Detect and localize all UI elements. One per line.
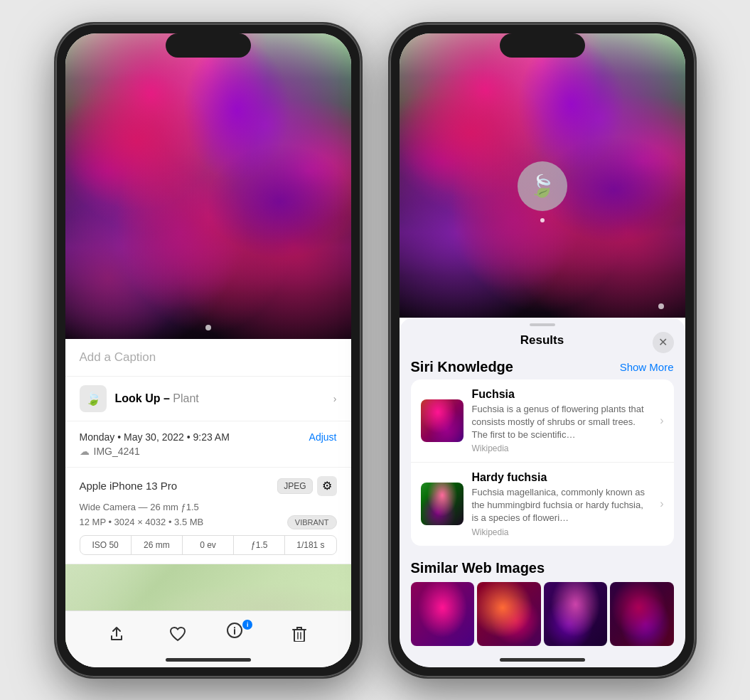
exif-focal: 26 mm — [132, 536, 183, 554]
photo-dot-indicator-right — [658, 303, 664, 309]
exif-iso: ISO 50 — [80, 536, 132, 554]
adjust-button[interactable]: Adjust — [309, 431, 337, 443]
flower-photo — [65, 33, 351, 339]
lookup-chevron-icon: › — [333, 393, 337, 404]
meta-filename: ☁ IMG_4241 — [80, 446, 337, 457]
knowledge-item-hardy[interactable]: Hardy fuchsia Fuchsia magellanica, commo… — [411, 463, 674, 546]
camera-detail-2: 12 MP • 3024 × 4032 • 3.5 MB VIBRANT — [80, 515, 337, 529]
camera-settings-icon[interactable]: ⚙ — [317, 476, 337, 496]
main-container: Add a Caption 🍃 Look Up – Plant › Monday… — [0, 0, 750, 700]
flower-photo-right: 🍃 — [400, 33, 685, 318]
lookup-icon: 🍃 — [80, 385, 107, 412]
similar-image-3[interactable] — [544, 582, 608, 646]
similar-image-1[interactable] — [411, 582, 475, 646]
siri-knowledge-header: Siri Knowledge Show More — [400, 352, 685, 379]
fuchsia-thumb-image — [421, 399, 464, 442]
home-indicator — [166, 658, 251, 662]
dynamic-island-right — [500, 33, 585, 58]
favorite-button[interactable] — [166, 623, 189, 645]
device-row: Apple iPhone 13 Pro JPEG ⚙ — [80, 476, 337, 496]
left-phone: Add a Caption 🍃 Look Up – Plant › Monday… — [55, 23, 361, 677]
hardy-source: Wikipedia — [472, 527, 652, 537]
hardy-thumbnail — [421, 483, 464, 525]
info-button[interactable]: i — [227, 623, 250, 645]
similar-image-4[interactable] — [610, 582, 674, 646]
siri-visual-lookup-button[interactable]: 🍃 — [518, 161, 567, 211]
close-button[interactable]: ✕ — [653, 332, 674, 353]
lookup-row[interactable]: 🍃 Look Up – Plant › — [65, 377, 351, 421]
exif-row: ISO 50 26 mm 0 ev ƒ1.5 1/181 s — [80, 535, 337, 555]
lookup-label: Look Up – — [115, 392, 170, 404]
exif-ev: 0 ev — [183, 536, 234, 554]
fuchsia-name: Fuchsia — [472, 388, 652, 401]
similar-image-2[interactable] — [477, 582, 541, 646]
knowledge-item-fuchsia[interactable]: Fuchsia Fuchsia is a genus of flowering … — [411, 379, 674, 463]
device-badges: JPEG ⚙ — [277, 476, 336, 496]
similar-web-title: Similar Web Images — [400, 553, 685, 582]
siri-dot — [540, 218, 545, 222]
fuchsia-info: Fuchsia Fuchsia is a genus of flowering … — [472, 388, 652, 454]
delete-button[interactable] — [288, 623, 311, 645]
sheet-header: Results ✕ — [400, 326, 685, 352]
hardy-thumb-image — [421, 483, 464, 525]
fuchsia-chevron-icon: › — [660, 414, 663, 427]
resolution-text: 12 MP • 3024 × 4032 • 3.5 MB — [80, 517, 204, 527]
cloud-icon: ☁ — [80, 446, 90, 457]
dynamic-island — [166, 33, 251, 58]
photo-area[interactable] — [65, 33, 351, 339]
caption-field[interactable]: Add a Caption — [65, 339, 351, 377]
hardy-name: Hardy fuchsia — [472, 471, 652, 484]
results-sheet[interactable]: Results ✕ Siri Knowledge Show More Fuchs… — [400, 318, 685, 667]
format-badge: JPEG — [277, 478, 312, 494]
visual-lookup-leaf-icon: 🍃 — [529, 173, 555, 198]
right-screen: 🍃 Results ✕ Siri Knowledge Show More — [400, 33, 685, 667]
exif-aperture: ƒ1.5 — [234, 536, 285, 554]
meta-date: Monday • May 30, 2022 • 9:23 AM — [80, 431, 230, 443]
photo-dot-indicator — [205, 325, 211, 330]
hardy-info: Hardy fuchsia Fuchsia magellanica, commo… — [472, 471, 652, 537]
fuchsia-source: Wikipedia — [472, 443, 652, 453]
meta-section: Monday • May 30, 2022 • 9:23 AM Adjust ☁… — [65, 421, 351, 468]
camera-detail: Wide Camera — 26 mm ƒ1.5 — [80, 502, 337, 512]
fuchsia-description: Fuchsia is a genus of flowering plants t… — [472, 403, 652, 442]
vibrant-badge: VIBRANT — [287, 515, 337, 529]
filename-text: IMG_4241 — [94, 446, 140, 457]
leaf-icon: 🍃 — [85, 391, 101, 406]
device-section: Apple iPhone 13 Pro JPEG ⚙ Wide Camera —… — [65, 468, 351, 564]
knowledge-card: Fuchsia Fuchsia is a genus of flowering … — [411, 379, 674, 546]
lookup-subject: Plant — [170, 392, 199, 404]
hardy-chevron-icon: › — [660, 497, 663, 510]
siri-knowledge-title: Siri Knowledge — [411, 359, 513, 375]
left-screen: Add a Caption 🍃 Look Up – Plant › Monday… — [65, 33, 351, 667]
right-phone: 🍃 Results ✕ Siri Knowledge Show More — [390, 23, 695, 677]
show-more-button[interactable]: Show More — [620, 361, 674, 373]
device-name: Apple iPhone 13 Pro — [80, 480, 178, 492]
sheet-title: Results — [520, 333, 564, 348]
home-indicator-right — [500, 658, 585, 662]
hardy-description: Fuchsia magellanica, commonly known as t… — [472, 486, 652, 525]
similar-images-row[interactable] — [400, 582, 685, 646]
share-button[interactable] — [105, 623, 128, 645]
info-notification-dot: i — [242, 620, 252, 630]
meta-date-row: Monday • May 30, 2022 • 9:23 AM Adjust — [80, 431, 337, 443]
exif-shutter: 1/181 s — [285, 536, 336, 554]
fuchsia-thumbnail — [421, 399, 464, 442]
lookup-text: Look Up – Plant — [115, 392, 199, 405]
